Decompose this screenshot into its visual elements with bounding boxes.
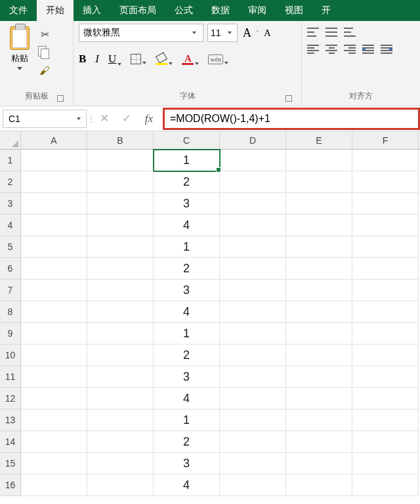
cell-A2[interactable] (21, 171, 87, 193)
cell-C4[interactable]: 4 (154, 215, 220, 236)
cell-E4[interactable] (286, 215, 352, 236)
cell-D8[interactable] (220, 301, 286, 323)
fill-color-button[interactable] (156, 53, 173, 65)
name-box[interactable]: C1 (3, 110, 87, 128)
copy-button[interactable] (38, 46, 51, 59)
cell-A15[interactable] (21, 453, 87, 474)
cell-A1[interactable] (21, 150, 87, 171)
tab-pagelayout[interactable]: 页面布局 (110, 0, 165, 21)
cell-F2[interactable] (352, 171, 419, 193)
cell-B12[interactable] (87, 388, 154, 410)
cell-D5[interactable] (220, 236, 286, 258)
cell-D9[interactable] (220, 323, 286, 345)
cell-D10[interactable] (220, 345, 286, 366)
column-header[interactable]: F (352, 131, 419, 149)
row-header[interactable]: 9 (0, 323, 20, 345)
cell-A10[interactable] (21, 345, 87, 366)
cell-E6[interactable] (286, 258, 352, 280)
column-header[interactable]: D (220, 131, 286, 149)
cell-C3[interactable]: 3 (154, 193, 220, 215)
cell-B2[interactable] (87, 171, 154, 193)
cell-D3[interactable] (220, 193, 286, 215)
insert-function-button[interactable]: fx (138, 110, 160, 128)
font-name-select[interactable]: 微软雅黑 (79, 24, 203, 42)
row-header[interactable]: 8 (0, 301, 20, 323)
cell-D4[interactable] (220, 215, 286, 236)
cell-F9[interactable] (352, 323, 419, 345)
increase-indent-button[interactable] (381, 45, 392, 54)
cell-B1[interactable] (87, 150, 154, 171)
cell-D7[interactable] (220, 280, 286, 301)
cell-C15[interactable]: 3 (154, 453, 220, 474)
cell-E5[interactable] (286, 236, 352, 258)
grow-font-button[interactable]: A (242, 26, 253, 40)
cell-E2[interactable] (286, 171, 352, 193)
row-header[interactable]: 1 (0, 150, 20, 171)
font-size-select[interactable]: 11 (207, 24, 238, 42)
cell-E13[interactable] (286, 410, 352, 431)
cell-F1[interactable] (352, 150, 419, 171)
tab-formulas[interactable]: 公式 (165, 0, 202, 21)
tab-more[interactable]: 开 (312, 0, 340, 21)
column-header[interactable]: C (154, 131, 220, 149)
cell-F8[interactable] (352, 301, 419, 323)
cell-E8[interactable] (286, 301, 352, 323)
select-all-corner[interactable] (0, 131, 20, 150)
cell-C8[interactable]: 4 (154, 301, 220, 323)
cell-E3[interactable] (286, 193, 352, 215)
cell-B8[interactable] (87, 301, 154, 323)
border-button[interactable] (131, 54, 146, 64)
column-header[interactable]: B (87, 131, 154, 149)
cell-D11[interactable] (220, 366, 286, 388)
cell-C5[interactable]: 1 (154, 236, 220, 258)
cell-A11[interactable] (21, 366, 87, 388)
italic-button[interactable]: I (95, 52, 99, 66)
cell-A6[interactable] (21, 258, 87, 280)
cut-button[interactable]: ✂ (38, 28, 51, 41)
cell-F11[interactable] (352, 366, 419, 388)
cell-F13[interactable] (352, 410, 419, 431)
cell-E11[interactable] (286, 366, 352, 388)
column-header[interactable]: E (286, 131, 352, 149)
cell-D13[interactable] (220, 410, 286, 431)
cell-B14[interactable] (87, 431, 154, 453)
cell-E1[interactable] (286, 150, 352, 171)
row-header[interactable]: 4 (0, 215, 20, 236)
cell-C12[interactable]: 4 (154, 388, 220, 410)
cancel-formula-button[interactable]: ✕ (93, 110, 116, 128)
cell-C16[interactable]: 4 (154, 474, 220, 496)
row-header[interactable]: 15 (0, 453, 20, 474)
row-header[interactable]: 13 (0, 410, 20, 431)
cell-C7[interactable]: 3 (154, 280, 220, 301)
phonetic-button[interactable]: wén (208, 54, 228, 64)
cell-D16[interactable] (220, 474, 286, 496)
cell-B11[interactable] (87, 366, 154, 388)
row-header[interactable]: 2 (0, 171, 20, 193)
cell-E14[interactable] (286, 431, 352, 453)
cell-C6[interactable]: 2 (154, 258, 220, 280)
confirm-formula-button[interactable]: ✓ (116, 110, 138, 128)
row-header[interactable]: 6 (0, 258, 20, 280)
cell-C14[interactable]: 2 (154, 431, 220, 453)
align-center-button[interactable] (326, 45, 337, 54)
row-header[interactable]: 14 (0, 431, 20, 453)
cell-E7[interactable] (286, 280, 352, 301)
tab-home[interactable]: 开始 (37, 0, 74, 21)
cell-D12[interactable] (220, 388, 286, 410)
row-header[interactable]: 11 (0, 366, 20, 388)
cell-F7[interactable] (352, 280, 419, 301)
cell-D6[interactable] (220, 258, 286, 280)
column-header[interactable]: A (21, 131, 87, 149)
cell-C1[interactable]: 1 (154, 150, 220, 171)
cell-E16[interactable] (286, 474, 352, 496)
row-header[interactable]: 10 (0, 345, 20, 366)
cell-E10[interactable] (286, 345, 352, 366)
cell-E12[interactable] (286, 388, 352, 410)
cell-F10[interactable] (352, 345, 419, 366)
cell-A16[interactable] (21, 474, 87, 496)
underline-button[interactable]: U (108, 52, 121, 66)
tab-view[interactable]: 视图 (276, 0, 312, 21)
cell-F3[interactable] (352, 193, 419, 215)
cell-D15[interactable] (220, 453, 286, 474)
shrink-font-button[interactable]: A (262, 28, 272, 39)
